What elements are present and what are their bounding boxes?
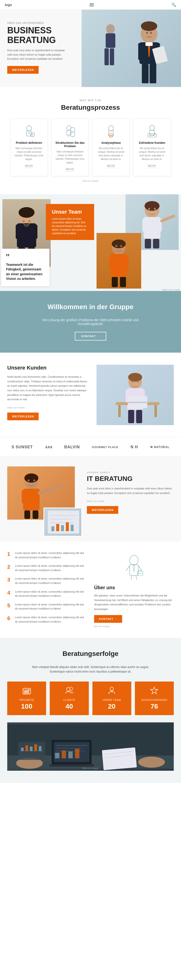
process-cards-container: Problem definieren Nam consequat interdu… [7, 119, 174, 176]
svg-point-101 [130, 555, 138, 565]
svg-rect-64 [112, 277, 118, 287]
navbar: logo 🔍 [0, 0, 181, 10]
svg-rect-120 [28, 689, 29, 694]
process-mehr-link-1[interactable]: MEHR [25, 165, 33, 168]
process-freepik: Bild von Freepik [7, 180, 174, 182]
list-text-1: Lorem ipsum dolor sit amet, consectetur … [15, 551, 87, 560]
ueber-kontakt-button[interactable]: KONTAKT → [94, 615, 122, 623]
svg-point-69 [128, 373, 142, 382]
svg-rect-74 [136, 410, 142, 423]
kunden-content: Unsere Kunden Nulla facilisi cras fermen… [7, 365, 89, 420]
stat-icon-auszeichnungen [137, 686, 171, 697]
process-card-text-2: Nam consequat interdum neque at nibh eui… [55, 150, 85, 164]
svg-rect-89 [33, 511, 38, 519]
svg-rect-73 [128, 410, 134, 423]
welcome-section: Willkommen in der Gruppe Die Lösung der … [0, 291, 181, 353]
ueber-list-item-4: 4 Lorem ipsum dolor sit amet, consectetu… [7, 590, 87, 598]
ueber-list: 1 Lorem ipsum dolor sit amet, consectetu… [7, 551, 87, 628]
process-mehr-link-3[interactable]: MEHR [107, 165, 115, 168]
team-orange-text: Lorem ipsum dolor sit amet, consectetur … [52, 217, 88, 235]
list-text-4: Lorem ipsum dolor sit amet, consectetur … [15, 590, 87, 598]
process-card-title-4: Zufriedene Kunden [137, 141, 167, 145]
hero-label: ÜBER DAS UNTERNEHMEN [7, 22, 174, 24]
svg-rect-135 [75, 749, 79, 758]
hero-content: ÜBER DAS UNTERNEHMEN BUSINESSBERATUNG Du… [0, 10, 181, 87]
ueber-freepik: Bild von Freepik [94, 625, 174, 628]
ueber-right-content: Über uns Wir glauben, dass unser Unterne… [94, 551, 174, 628]
kunden-weiterlesen-button[interactable]: WEITERLESEN [7, 412, 39, 420]
svg-rect-99 [66, 522, 69, 531]
hero-title: BUSINESSBERATUNG [7, 25, 174, 45]
logo: logo [5, 3, 12, 7]
it-weiterlesen-button[interactable]: WEITERLESEN [87, 506, 118, 514]
svg-rect-138 [102, 747, 137, 770]
it-content: UNSERE ARBEIT IT Beratung Duis aute irur… [87, 466, 174, 532]
stat-label-team: Unser Team [95, 699, 129, 702]
ueber-list-item-6: 6 Lorem ipsum dolor sit amet, consectetu… [7, 615, 87, 624]
list-number-2: 2 [7, 564, 12, 570]
svg-point-121 [67, 687, 70, 691]
svg-rect-97 [56, 524, 59, 531]
process-section: WAS WIR TUN Beratungsprozess Problem def… [0, 87, 181, 194]
stat-label-auszeichnungen: Auszeichnungen [137, 699, 171, 702]
process-mehr-link-4[interactable]: MEHR [148, 165, 156, 168]
welcome-title: Willkommen in der Gruppe [7, 303, 174, 311]
logo-anon: ∧∧∧ [45, 445, 52, 449]
stat-team: Unser Team 20 [92, 681, 131, 715]
it-freepik: Bilder von Freepik [87, 500, 174, 503]
stat-number-auszeichnungen: 76 [137, 703, 171, 710]
stat-number-team: 20 [95, 703, 129, 710]
stat-clients: Clients 40 [50, 681, 89, 715]
list-number-4: 4 [7, 590, 12, 596]
svg-rect-102 [130, 565, 138, 576]
process-mehr-link-2[interactable]: MEHR [66, 168, 74, 171]
list-number-6: 6 [7, 615, 12, 622]
kunden-text: Nulla facilisi cras fermentum odio. Cond… [7, 375, 89, 402]
ueber-text: Wir glauben, dass unser Unternehmen die … [94, 593, 174, 611]
svg-rect-144 [21, 748, 24, 751]
svg-point-25 [70, 127, 75, 132]
logo-gourmet: GOURMET PLACE [92, 445, 119, 449]
stat-number-clients: 40 [52, 703, 86, 710]
process-card-4: Zufriedene Kunden Die porta finibus leo … [133, 119, 171, 176]
svg-rect-98 [61, 525, 64, 531]
it-images [7, 466, 79, 532]
svg-rect-62 [109, 255, 113, 269]
svg-rect-65 [120, 277, 126, 287]
welcome-contact-button[interactable]: KONTAKT → [75, 332, 106, 340]
svg-line-106 [131, 576, 132, 579]
list-text-3: Lorem ipsum dolor sit amet, consectetur … [15, 577, 87, 585]
svg-rect-63 [124, 255, 129, 269]
ueber-list-item-5: 5 Lorem ipsum dolor sit amet, consectetu… [7, 603, 87, 611]
hamburger-menu[interactable] [89, 3, 94, 6]
search-icon[interactable]: 🔍 [171, 2, 176, 7]
erfolge-title: Beratungserfolge [7, 650, 174, 658]
svg-rect-147 [34, 744, 37, 751]
team-quote-text: Teamwork ist die Fähigkeit, gemeinsam an… [6, 262, 44, 281]
ueber-list-item-2: 2 Lorem ipsum dolor sit amet, consectetu… [7, 564, 87, 572]
svg-point-66 [115, 245, 117, 247]
ueber-title: Über uns [94, 585, 174, 590]
stat-number-projekte: 100 [10, 703, 44, 710]
process-card-1: Problem definieren Nam consequat interdu… [10, 119, 48, 176]
svg-point-50 [144, 201, 160, 211]
svg-point-34 [149, 125, 154, 130]
list-number-3: 3 [7, 577, 12, 583]
svg-point-83 [24, 473, 38, 483]
hero-cta-button[interactable]: WEITERLESEN [7, 66, 39, 74]
list-number-1: 1 [7, 551, 12, 557]
stat-icon-clients [52, 686, 86, 697]
process-icon-4 [145, 124, 159, 138]
svg-point-29 [109, 126, 113, 131]
process-card-title-3: Analysephase [96, 141, 126, 145]
svg-point-16 [27, 126, 32, 131]
svg-rect-146 [30, 746, 33, 751]
stat-icon-team [95, 686, 129, 697]
process-card-text-3: Die porta finibus leo ac congue. Morbus … [96, 146, 126, 161]
stat-icon-projekte [10, 686, 44, 697]
svg-rect-117 [24, 691, 25, 694]
team-right-images: Bilder von Freepik [94, 194, 181, 291]
kunden-section: Unsere Kunden Nulla facilisi cras fermen… [0, 353, 181, 437]
ueber-section: 1 Lorem ipsum dolor sit amet, consectetu… [0, 541, 181, 638]
stats-grid: Projekte 100 Clients 40 [7, 681, 174, 715]
